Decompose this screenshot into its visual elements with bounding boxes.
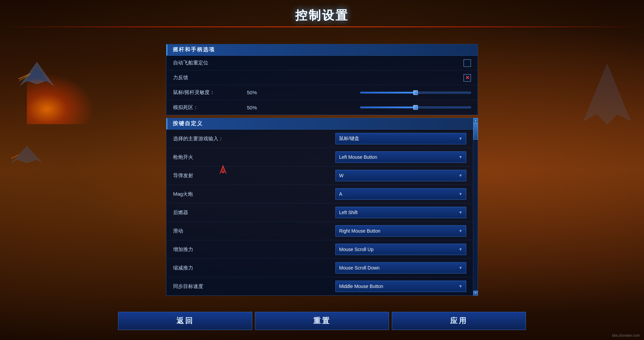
- scrollbar-up-button[interactable]: ▲: [473, 118, 478, 123]
- apply-button[interactable]: 应用: [392, 312, 526, 330]
- missile-launch-row: 导弹发射 W ▼: [166, 166, 473, 185]
- increase-thrust-label: 增加推力: [173, 246, 240, 253]
- decrease-thrust-dropdown[interactable]: Mouse Scroll Down ▼: [335, 262, 466, 274]
- keybind-section-title: 按键自定义: [173, 120, 203, 126]
- dead-zone-track: [360, 106, 471, 108]
- mouse-sensitivity-slider[interactable]: [360, 90, 471, 95]
- joystick-section-title: 摇杆和手柄选项: [173, 47, 215, 52]
- cannon-fire-value: Left Mouse Button: [339, 154, 377, 160]
- joystick-section-header: 摇杆和手柄选项: [166, 44, 478, 56]
- afterburner-row: 后燃器 Left Shift ▼: [166, 203, 473, 222]
- sync-target-speed-control[interactable]: Middle Mouse Button ▼: [335, 281, 466, 292]
- increase-thrust-control[interactable]: Mouse Scroll Up ▼: [335, 244, 466, 255]
- auto-reposition-checkbox[interactable]: [464, 59, 471, 67]
- keybind-section-body: 选择的主要游戏输入： 鼠标/键盘 ▼ 枪炮开火 Left Mouse Butto…: [166, 130, 478, 295]
- decrease-thrust-arrow: ▼: [459, 265, 463, 270]
- afterburner-arrow: ▼: [459, 210, 463, 215]
- mag-cannon-dropdown[interactable]: A ▼: [335, 188, 466, 200]
- afterburner-value: Left Shift: [339, 210, 358, 215]
- main-panel: 摇杆和手柄选项 自动飞船重定位 力反馈 ✕: [166, 44, 478, 340]
- input-method-dropdown[interactable]: 鼠标/键盘 ▼: [335, 133, 466, 144]
- afterburner-dropdown[interactable]: Left Shift ▼: [335, 207, 466, 218]
- decrease-thrust-label: 缩减推力: [173, 265, 240, 271]
- input-method-control[interactable]: 鼠标/键盘 ▼: [335, 133, 466, 144]
- slide-label: 滑动: [173, 228, 240, 234]
- input-method-arrow: ▼: [459, 136, 463, 141]
- mag-cannon-label: Mag火炮: [173, 191, 240, 197]
- cannon-fire-arrow: ▼: [459, 155, 463, 159]
- slide-arrow: ▼: [459, 229, 463, 233]
- dead-zone-slider-container[interactable]: [360, 105, 471, 110]
- dead-zone-row: 模拟死区： 50%: [166, 100, 478, 115]
- missile-launch-value: W: [339, 173, 343, 178]
- afterburner-control[interactable]: Left Shift ▼: [335, 207, 466, 218]
- increase-thrust-arrow: ▼: [459, 247, 463, 252]
- auto-reposition-row: 自动飞船重定位: [166, 56, 478, 70]
- joystick-section-body: 自动飞船重定位 力反馈 ✕ 鼠标/摇杆灵敏度： 50%: [166, 56, 478, 115]
- sync-target-speed-arrow: ▼: [459, 284, 463, 289]
- force-feedback-checkbox[interactable]: ✕: [464, 74, 471, 82]
- page-title: 控制设置: [0, 7, 644, 24]
- force-feedback-label: 力反馈: [173, 75, 240, 81]
- title-bar: 控制设置: [0, 0, 644, 31]
- mag-cannon-arrow: ▼: [459, 192, 463, 196]
- dead-zone-fill: [361, 107, 416, 108]
- input-method-label: 选择的主要游戏输入：: [173, 136, 240, 142]
- afterburner-label: 后燃器: [173, 209, 240, 216]
- keybind-section: 按键自定义 选择的主要游戏输入： 鼠标/键盘 ▼ 枪炮开火: [166, 118, 478, 296]
- reset-button[interactable]: 重置: [255, 312, 389, 330]
- decrease-thrust-control[interactable]: Mouse Scroll Down ▼: [335, 262, 466, 274]
- increase-thrust-dropdown[interactable]: Mouse Scroll Up ▼: [335, 244, 466, 255]
- force-feedback-row: 力反馈 ✕: [166, 70, 478, 85]
- mag-cannon-value: A: [339, 191, 342, 197]
- mouse-sensitivity-thumb[interactable]: [413, 90, 418, 95]
- bottom-bar: 返回 重置 应用: [0, 305, 644, 340]
- slide-control[interactable]: Right Mouse Button ▼: [335, 225, 466, 237]
- slide-dropdown[interactable]: Right Mouse Button ▼: [335, 225, 466, 237]
- dead-zone-label: 模拟死区：: [173, 104, 240, 111]
- sync-target-speed-row: 同步目标速度 Middle Mouse Button ▼: [166, 277, 473, 295]
- auto-reposition-control[interactable]: [464, 59, 471, 67]
- missile-launch-control[interactable]: W ▼: [335, 170, 466, 181]
- cannon-fire-control[interactable]: Left Mouse Button ▼: [335, 151, 466, 163]
- increase-thrust-value: Mouse Scroll Up: [339, 247, 374, 252]
- missile-launch-label: 导弹发射: [173, 173, 240, 179]
- mouse-sensitivity-value: 50%: [247, 90, 257, 95]
- mouse-sensitivity-fill: [361, 92, 416, 93]
- mouse-sensitivity-track: [360, 92, 471, 94]
- cannon-fire-dropdown[interactable]: Left Mouse Button ▼: [335, 151, 466, 163]
- mag-cannon-control[interactable]: A ▼: [335, 188, 466, 200]
- missile-launch-dropdown[interactable]: W ▼: [335, 170, 466, 181]
- keybind-section-header: 按键自定义: [166, 118, 478, 130]
- back-button[interactable]: 返回: [118, 312, 252, 330]
- slide-value: Right Mouse Button: [339, 228, 380, 234]
- force-feedback-control[interactable]: ✕: [464, 74, 471, 82]
- sync-target-speed-value: Middle Mouse Button: [339, 284, 383, 289]
- dead-zone-slider[interactable]: [360, 105, 471, 110]
- watermark: bbs.duowan.com: [612, 333, 640, 337]
- dead-zone-value: 50%: [247, 105, 257, 110]
- cannon-fire-row: 枪炮开火 Left Mouse Button ▼: [166, 148, 473, 166]
- mouse-sensitivity-row: 鼠标/摇杆灵敏度： 50%: [166, 85, 478, 100]
- dead-zone-thumb[interactable]: [413, 105, 418, 110]
- mouse-sensitivity-label: 鼠标/摇杆灵敏度：: [173, 89, 240, 96]
- sync-target-speed-dropdown[interactable]: Middle Mouse Button ▼: [335, 281, 466, 292]
- auto-reposition-label: 自动飞船重定位: [173, 60, 240, 66]
- increase-thrust-row: 增加推力 Mouse Scroll Up ▼: [166, 240, 473, 259]
- mouse-sensitivity-slider-container[interactable]: [360, 90, 471, 95]
- scrollbar-down-button[interactable]: ▼: [473, 291, 478, 295]
- mag-cannon-row: Mag火炮 A ▼: [166, 185, 473, 203]
- cannon-fire-label: 枪炮开火: [173, 154, 240, 160]
- input-method-row: 选择的主要游戏输入： 鼠标/键盘 ▼: [166, 130, 473, 148]
- sync-target-speed-label: 同步目标速度: [173, 283, 240, 290]
- joystick-section: 摇杆和手柄选项 自动飞船重定位 力反馈 ✕: [166, 44, 478, 115]
- slide-row: 滑动 Right Mouse Button ▼: [166, 222, 473, 240]
- missile-launch-arrow: ▼: [459, 173, 463, 178]
- page-wrapper: 控制设置 摇杆和手柄选项 自动飞船重定位 力反馈: [0, 0, 644, 340]
- keybind-scrollbar-track[interactable]: ▲ ▼: [473, 118, 478, 295]
- scrollbar-thumb[interactable]: [473, 123, 478, 140]
- decrease-thrust-value: Mouse Scroll Down: [339, 265, 380, 271]
- input-method-value: 鼠标/键盘: [339, 136, 359, 142]
- decrease-thrust-row: 缩减推力 Mouse Scroll Down ▼: [166, 259, 473, 277]
